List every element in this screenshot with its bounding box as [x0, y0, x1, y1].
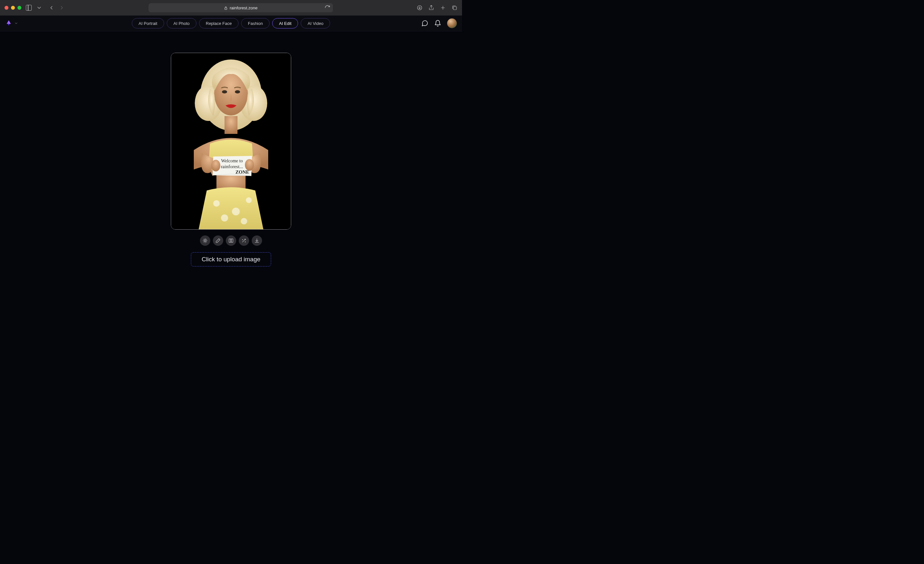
browser-toolbar: rainforest.zone — [0, 0, 462, 15]
forward-button[interactable] — [59, 5, 65, 10]
note-line-2: rainforest... — [221, 164, 243, 169]
svg-rect-11 — [225, 116, 237, 134]
download-icon[interactable] — [252, 235, 262, 246]
svg-rect-6 — [453, 6, 456, 10]
bell-icon[interactable] — [434, 20, 441, 27]
upload-label: Click to upload image — [201, 256, 261, 263]
image-tools — [200, 235, 262, 246]
minimize-window-button[interactable] — [11, 6, 15, 10]
mode-tabs: AI Portrait AI Photo Replace Face Fashio… — [132, 18, 330, 28]
back-button[interactable] — [48, 5, 54, 10]
sidebar-toggle-button[interactable] — [26, 5, 32, 10]
svg-point-22 — [245, 159, 254, 171]
share-button[interactable] — [428, 5, 434, 10]
logo-icon — [5, 20, 12, 27]
downloads-button[interactable] — [417, 5, 423, 10]
reload-button[interactable] — [324, 5, 330, 10]
magic-icon[interactable] — [239, 235, 249, 246]
compare-icon[interactable] — [226, 235, 236, 246]
svg-point-23 — [204, 239, 206, 241]
svg-point-17 — [232, 208, 240, 215]
logo-dropdown[interactable] — [5, 20, 18, 27]
tab-fashion[interactable]: Fashion — [241, 18, 270, 28]
tab-replace-face[interactable]: Replace Face — [199, 18, 238, 28]
close-window-button[interactable] — [4, 6, 8, 10]
svg-point-14 — [235, 90, 240, 93]
svg-point-34 — [242, 239, 243, 240]
svg-rect-32 — [229, 239, 231, 242]
svg-point-16 — [213, 200, 220, 206]
svg-point-19 — [221, 214, 228, 221]
sample-image[interactable]: Welcome to rainforest... ZONE — [171, 53, 291, 230]
window-controls — [4, 6, 21, 10]
tab-ai-photo[interactable]: AI Photo — [166, 18, 196, 28]
tab-group-dropdown[interactable] — [36, 5, 42, 10]
svg-point-18 — [246, 197, 252, 203]
svg-rect-33 — [231, 239, 233, 242]
enhance-icon[interactable] — [200, 235, 210, 246]
url-text: rainforest.zone — [230, 6, 258, 10]
note-line-3: ZONE — [236, 169, 249, 175]
tab-ai-edit[interactable]: AI Edit — [272, 18, 298, 28]
tabs-overview-button[interactable] — [452, 5, 458, 10]
tab-ai-portrait[interactable]: AI Portrait — [132, 18, 164, 28]
avatar[interactable] — [447, 18, 457, 28]
address-bar[interactable]: rainforest.zone — [148, 3, 333, 12]
chevron-down-icon — [14, 21, 18, 25]
svg-point-21 — [211, 160, 220, 171]
lock-icon — [224, 6, 227, 9]
chat-icon[interactable] — [421, 20, 428, 27]
svg-rect-0 — [225, 8, 227, 10]
maximize-window-button[interactable] — [18, 6, 21, 10]
edit-icon[interactable] — [213, 235, 223, 246]
svg-point-20 — [241, 218, 247, 224]
svg-point-13 — [222, 90, 227, 93]
app-header: AI Portrait AI Photo Replace Face Fashio… — [0, 15, 462, 31]
note-line-1: Welcome to — [221, 159, 243, 163]
new-tab-button[interactable] — [440, 5, 446, 10]
main-content: Welcome to rainforest... ZONE Click to u… — [0, 31, 462, 282]
tab-ai-video[interactable]: AI Video — [301, 18, 330, 28]
upload-button[interactable]: Click to upload image — [191, 252, 271, 266]
svg-line-28 — [204, 239, 204, 239]
